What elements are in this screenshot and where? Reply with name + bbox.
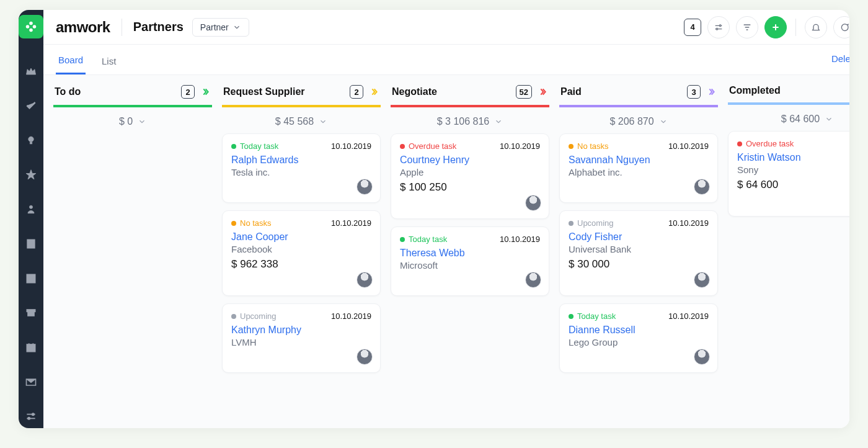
chevron-right-icon[interactable] <box>200 86 211 97</box>
app-logo[interactable] <box>19 15 43 38</box>
divider <box>122 19 122 36</box>
svg-rect-7 <box>27 240 35 248</box>
deal-card[interactable]: Today task10.10.2019Ralph EdwardsTesla i… <box>222 133 381 203</box>
crown-icon[interactable] <box>19 60 43 83</box>
column-header: Request Supplier2 <box>222 83 381 107</box>
assignee-avatar[interactable] <box>356 179 373 195</box>
cards-list: Overdue task10.10.2019Courtney HenryAppl… <box>391 133 549 296</box>
card-status: Overdue task <box>737 139 794 148</box>
deal-card[interactable]: Overdue taskKristin WatsonSony$ 64 600 <box>728 131 849 217</box>
column-todo: To do2$ 0 <box>53 83 212 416</box>
add-button[interactable] <box>764 16 787 38</box>
deal-card[interactable]: No tasks10.10.2019Jane CooperFacebook$ 9… <box>222 210 381 296</box>
assignee-avatar[interactable] <box>694 179 710 195</box>
card-company: Tesla inc. <box>231 167 371 177</box>
svg-rect-5 <box>30 142 32 144</box>
column-total[interactable]: $ 206 870 <box>559 107 718 133</box>
mail-icon[interactable] <box>19 370 43 394</box>
kanban-board: To do2$ 0Request Supplier2$ 45 568Today … <box>43 75 849 428</box>
card-company: Microsoft <box>400 260 540 271</box>
card-amount: $ 962 338 <box>231 258 371 271</box>
assignee-avatar[interactable] <box>694 272 710 288</box>
assignee-avatar[interactable] <box>525 272 541 288</box>
tab-board[interactable]: Board <box>56 50 86 74</box>
card-amount: $ 30 000 <box>569 258 709 271</box>
card-contact-name: Theresa Webb <box>400 248 540 259</box>
column-count: 3 <box>687 85 701 99</box>
card-contact-name: Savannah Nguyen <box>569 155 709 166</box>
chevron-down-icon <box>232 23 241 32</box>
archive-icon[interactable] <box>19 301 43 325</box>
svg-point-12 <box>32 413 34 415</box>
column-total[interactable]: $ 45 568 <box>222 107 381 133</box>
deal-card[interactable]: Today task10.10.2019Dianne RussellLego G… <box>559 303 718 373</box>
deal-card[interactable]: No tasks10.10.2019Savannah NguyenAlphabe… <box>559 133 718 203</box>
delete-demo-link[interactable]: Delete demo <box>831 53 849 71</box>
assignee-avatar[interactable] <box>356 272 373 288</box>
card-amount: $ 64 600 <box>737 179 849 191</box>
svg-point-6 <box>30 205 33 208</box>
card-company: Universal Bank <box>569 244 709 254</box>
column-count: 52 <box>516 85 532 99</box>
chat-button[interactable] <box>833 16 849 38</box>
notifications-button[interactable] <box>805 16 827 38</box>
lightbulb-icon[interactable] <box>19 128 43 152</box>
deal-card[interactable]: Upcoming10.10.2019Cody FisherUniversal B… <box>559 210 718 296</box>
star-icon[interactable] <box>19 163 43 187</box>
assignee-avatar[interactable] <box>694 349 710 365</box>
deal-card[interactable]: Overdue task10.10.2019Courtney HenryAppl… <box>391 133 549 219</box>
card-company: Sony <box>737 164 849 175</box>
assignee-avatar[interactable] <box>525 195 541 211</box>
card-date: 10.10.2019 <box>668 311 709 321</box>
column-header: Completed <box>728 83 849 105</box>
filter-button[interactable] <box>736 16 758 38</box>
chevron-right-icon[interactable] <box>537 86 548 97</box>
building-icon[interactable] <box>19 232 43 256</box>
svg-point-13 <box>28 418 30 419</box>
card-status: Upcoming <box>569 218 614 228</box>
calendar-icon[interactable] <box>19 336 43 359</box>
svg-point-0 <box>29 22 33 25</box>
card-company: Alphabet inc. <box>569 167 709 177</box>
check-icon[interactable] <box>19 94 43 117</box>
deal-card[interactable]: Today task10.10.2019Theresa WebbMicrosof… <box>391 226 549 296</box>
view-tabs: Board List Delete demo <box>43 45 849 75</box>
assignee-avatar[interactable] <box>356 349 373 365</box>
column-total[interactable]: $ 3 106 816 <box>391 107 549 133</box>
svg-point-1 <box>26 25 30 29</box>
column-paid: Paid3$ 206 870No tasks10.10.2019Savannah… <box>559 83 718 416</box>
column-total[interactable]: $ 64 600 <box>728 105 849 131</box>
column-title: Negotiate <box>392 86 437 97</box>
chevron-right-icon[interactable] <box>706 86 717 97</box>
tab-list[interactable]: List <box>99 51 118 74</box>
column-title: Request Supplier <box>223 86 305 97</box>
cards-list: Today task10.10.2019Ralph EdwardsTesla i… <box>222 133 381 373</box>
count-badge[interactable]: 4 <box>684 19 701 36</box>
card-status: Today task <box>400 235 447 244</box>
partner-dropdown-label: Partner <box>200 22 229 32</box>
svg-point-15 <box>716 28 718 30</box>
column-title: To do <box>55 86 81 97</box>
card-date: 10.10.2019 <box>331 218 371 228</box>
card-contact-name: Kathryn Murphy <box>231 325 371 336</box>
card-status: Today task <box>569 311 616 321</box>
card-status: Overdue task <box>400 141 456 151</box>
chevron-right-icon[interactable] <box>368 86 379 97</box>
sliders-icon[interactable] <box>19 405 43 428</box>
card-status: No tasks <box>231 218 272 228</box>
card-status: Upcoming <box>231 311 277 321</box>
settings-button[interactable] <box>707 16 730 38</box>
partner-dropdown[interactable]: Partner <box>192 18 249 37</box>
column-header: To do2 <box>53 83 212 107</box>
column-count: 2 <box>350 85 363 99</box>
column-total[interactable]: $ 0 <box>53 107 212 133</box>
card-contact-name: Jane Cooper <box>231 231 371 243</box>
play-square-icon[interactable] <box>19 267 43 290</box>
card-contact-name: Ralph Edwards <box>231 155 371 166</box>
card-company: Facebook <box>231 244 371 254</box>
card-contact-name: Cody Fisher <box>569 231 709 243</box>
brand-name: amwork <box>56 19 110 36</box>
divider <box>795 19 796 36</box>
person-icon[interactable] <box>19 197 43 221</box>
deal-card[interactable]: Upcoming10.10.2019Kathryn MurphyLVMH <box>222 303 381 373</box>
